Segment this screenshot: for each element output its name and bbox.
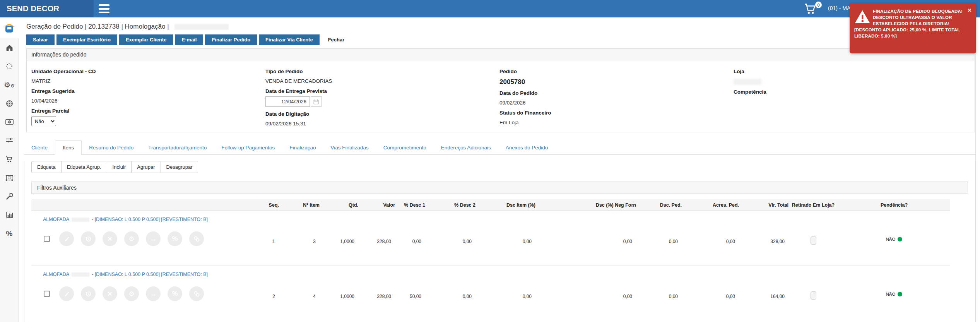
settings-icon[interactable]: ⚙ bbox=[124, 231, 139, 246]
status-financeiro-label: Status do Financeiro bbox=[499, 110, 734, 116]
tab-vias-finalizadas[interactable]: Vias Finalizadas bbox=[323, 141, 376, 154]
redacted-product-code bbox=[72, 272, 89, 277]
row-checkbox[interactable] bbox=[44, 236, 50, 242]
unidade-value: MATRIZ bbox=[31, 78, 265, 84]
sidebar-sliders-icon[interactable] bbox=[0, 131, 19, 150]
cell-acres-ped: 0,00 bbox=[682, 266, 739, 321]
table-row: ALMOFADA - [DIMENSÃO: L 0.500 P 0.500] [… bbox=[31, 211, 950, 266]
redacted-product-code bbox=[72, 218, 89, 222]
col-pendencia: Pendência? bbox=[838, 199, 950, 211]
sidebar-target-icon[interactable] bbox=[0, 94, 19, 113]
data-pedido-value: 09/02/2026 bbox=[499, 100, 734, 106]
calendar-button[interactable] bbox=[311, 96, 322, 107]
sidebar-wrench-icon[interactable] bbox=[0, 187, 19, 206]
finalize-via-client-button[interactable]: Finalizar Via Cliente bbox=[259, 34, 320, 45]
history-icon[interactable] bbox=[81, 231, 96, 246]
brand-title: SEND DECOR bbox=[7, 4, 59, 13]
etiqueta-button[interactable]: Etiqueta bbox=[31, 161, 62, 173]
items-table-header-row: Seq. Nº Item Qtd. Valor % Desc 1 % Desc … bbox=[31, 199, 950, 211]
cell-vlr-total: 328,00 bbox=[739, 211, 788, 266]
cell-qtd: 1,0000 bbox=[320, 266, 358, 321]
tab-anexos-do-pedido[interactable]: Anexos do Pedido bbox=[498, 141, 556, 154]
sidebar-home-icon[interactable] bbox=[0, 38, 19, 57]
link-icon[interactable] bbox=[189, 231, 204, 246]
client-copy-button[interactable]: Exemplar Cliente bbox=[119, 34, 173, 45]
cart-button[interactable]: 0 bbox=[804, 3, 819, 15]
main-content: Geração de Pedido | 20.132738 | Homologa… bbox=[19, 17, 980, 322]
status-financeiro-value: Em Loja bbox=[499, 120, 734, 125]
sidebar-gears-icon[interactable]: ⚙⚙ bbox=[0, 75, 19, 94]
product-link[interactable]: ALMOFADA - [DIMENSÃO: L 0.500 P 0.500] [… bbox=[43, 272, 242, 277]
desagrupar-button[interactable]: Desagrupar bbox=[161, 161, 198, 173]
transfer-icon[interactable]: ↔ bbox=[146, 231, 161, 246]
cell-num-item: 4 bbox=[279, 266, 320, 321]
cell-num-item: 3 bbox=[279, 211, 320, 266]
transfer-icon[interactable]: ↔ bbox=[146, 286, 161, 301]
link-icon[interactable] bbox=[189, 286, 204, 301]
col-dsc-item: Dsc Item (%) bbox=[475, 199, 535, 211]
incluir-button[interactable]: Incluir bbox=[107, 161, 132, 173]
tab-finalizacao[interactable]: Finalização bbox=[282, 141, 323, 154]
discount-icon[interactable]: % bbox=[168, 286, 182, 301]
settings-icon[interactable]: ⚙ bbox=[124, 286, 139, 301]
tab-comprometimento[interactable]: Comprometimento bbox=[376, 141, 434, 154]
entrega-parcial-select[interactable]: Não bbox=[31, 116, 56, 126]
store-label: (01) - MA bbox=[828, 5, 850, 11]
entrega-prevista-label: Data de Entrega Prevista bbox=[265, 88, 499, 94]
email-button[interactable]: E-mail bbox=[175, 34, 203, 45]
entrega-prevista-input[interactable] bbox=[265, 96, 310, 107]
pedido-value: 2005780 bbox=[499, 78, 734, 86]
calendar-icon bbox=[313, 99, 319, 104]
pendencia-status: NÃO bbox=[886, 292, 903, 296]
col-qtd: Qtd. bbox=[320, 199, 358, 211]
delete-icon[interactable]: × bbox=[103, 231, 117, 246]
retirado-checkbox[interactable] bbox=[811, 236, 816, 245]
discount-icon[interactable]: % bbox=[168, 231, 182, 246]
topbar: SEND DECOR 0 (01) - MA bbox=[0, 0, 980, 17]
tab-transportadora-icamento[interactable]: Transportadora/Içamento bbox=[141, 141, 214, 154]
alert-close-icon[interactable]: × bbox=[968, 7, 971, 14]
history-icon[interactable] bbox=[81, 286, 96, 301]
sidebar-loading-icon[interactable] bbox=[0, 57, 19, 75]
row-checkbox[interactable] bbox=[44, 291, 50, 297]
filters-header[interactable]: Filtros Auxiliares bbox=[31, 182, 968, 194]
edit-icon[interactable] bbox=[59, 231, 74, 246]
sidebar-percent-icon[interactable]: % bbox=[0, 224, 19, 243]
cell-dsc-neg-forn: 0,00 bbox=[535, 211, 636, 266]
order-info-section: Informações do pedido Unidade Operaciona… bbox=[26, 48, 975, 132]
app-logo[interactable] bbox=[0, 17, 19, 38]
cell-vlr-total: 164,00 bbox=[739, 266, 788, 321]
close-button[interactable]: Fechar bbox=[322, 34, 351, 45]
items-toolbar: Etiqueta Etiqueta Agrup. Incluir Agrupar… bbox=[31, 161, 968, 173]
tab-resumo-do-pedido[interactable]: Resumo do Pedido bbox=[82, 141, 141, 154]
edit-icon[interactable] bbox=[59, 286, 74, 301]
sidebar-image-icon[interactable] bbox=[0, 168, 19, 187]
delete-icon[interactable]: × bbox=[103, 286, 117, 301]
tab-itens[interactable]: Itens bbox=[55, 140, 82, 155]
menu-icon[interactable] bbox=[99, 4, 109, 13]
tab-enderecos-adicionais[interactable]: Endereços Adicionais bbox=[434, 141, 498, 154]
col-vlr-total: Vlr. Total bbox=[739, 199, 788, 211]
redacted-client-name bbox=[174, 24, 229, 30]
sidebar-chart-icon[interactable] bbox=[0, 206, 19, 224]
agrupar-button[interactable]: Agrupar bbox=[131, 161, 161, 173]
app-logo-icon bbox=[3, 22, 15, 34]
sidebar-money-icon[interactable]: 0 bbox=[0, 113, 19, 131]
col-actions bbox=[31, 199, 242, 211]
sidebar-cart-icon[interactable] bbox=[0, 150, 19, 168]
tab-cliente[interactable]: Cliente bbox=[24, 141, 55, 154]
col-dsc-neg-forn: Dsc (%) Neg Forn bbox=[535, 199, 636, 211]
retirado-checkbox[interactable] bbox=[811, 291, 816, 300]
product-link[interactable]: ALMOFADA - [DIMENSÃO: L 0.500 P 0.500] [… bbox=[43, 217, 242, 222]
col-desc2: % Desc 2 bbox=[425, 199, 475, 211]
finalize-order-button[interactable]: Finalizar Pedido bbox=[205, 34, 257, 45]
items-table: Seq. Nº Item Qtd. Valor % Desc 1 % Desc … bbox=[31, 199, 950, 321]
tab-follow-up-pagamentos[interactable]: Follow-up Pagamentos bbox=[214, 141, 282, 154]
etiqueta-agrup-button[interactable]: Etiqueta Agrup. bbox=[61, 161, 107, 173]
office-copy-button[interactable]: Exemplar Escritório bbox=[56, 34, 117, 45]
save-button[interactable]: Salvar bbox=[26, 34, 55, 45]
status-ok-dot bbox=[898, 237, 902, 242]
cell-dsc-item: 0,00 bbox=[475, 266, 535, 321]
col-retirado: Retirado Em Loja? bbox=[788, 199, 838, 211]
cell-dsc-ped: 0,00 bbox=[636, 266, 682, 321]
